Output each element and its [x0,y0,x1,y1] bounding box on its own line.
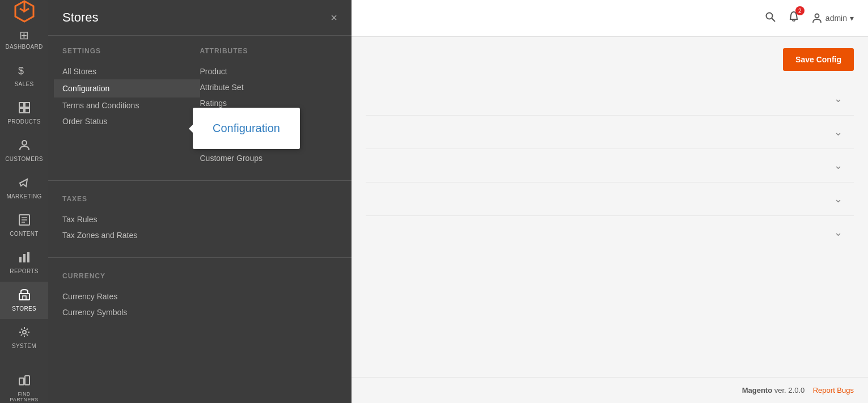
svg-rect-12 [19,257,22,262]
stores-full-section: Taxes Tax Rules Tax Zones and Rates [48,192,352,254]
admin-label: admin [825,14,847,23]
search-icon[interactable] [765,11,776,26]
sidebar-item-sales[interactable]: $ SALES [0,57,48,95]
svg-point-7 [22,141,27,145]
tooltip-text: Configuration [213,122,280,134]
accordion-container: ⌄ ⌄ ⌄ ⌄ ⌄ [366,82,854,249]
stores-columns: Settings All Stores Configuration Terms … [48,36,352,177]
sidebar-item-label: DASHBOARD [5,44,43,50]
accordion-row-3[interactable]: ⌄ [366,149,854,183]
taxes-section-title: Taxes [62,195,337,203]
chevron-down-icon-3: ⌄ [834,159,842,172]
currency-rates-link[interactable]: Currency Rates [62,289,337,304]
sidebar-item-customers[interactable]: CUSTOMERS [0,132,48,169]
customer-groups-link[interactable]: Customer Groups [200,150,338,166]
stores-two-col: Taxes Tax Rules Tax Zones and Rates [62,195,337,243]
reports-icon [18,251,31,265]
sidebar-item-label: FIND PARTNERS& EXTENSIONS [3,392,45,403]
sidebar-item-products[interactable]: PRODUCTS [0,95,48,132]
accordion-row-5[interactable]: ⌄ [366,216,854,249]
product-link[interactable]: Product [200,63,338,79]
tax-zones-rates-link[interactable]: Tax Zones and Rates [62,227,337,243]
footer-brand: Magento [742,386,772,394]
marketing-icon [18,176,31,190]
notification-count: 2 [795,6,805,15]
attributes-section-title: Attributes [200,47,338,55]
stores-panel: Stores × Settings All Stores Configurati… [48,0,352,403]
all-stores-link[interactable]: All Stores [62,63,200,79]
currency-symbols-link[interactable]: Currency Symbols [62,304,337,320]
main-header: 2 admin ▾ [352,0,868,37]
sidebar: ⊞ DASHBOARD $ SALES PRODUCTS CUSTOMERS M… [0,0,48,403]
system-icon [18,326,31,340]
svg-point-21 [766,12,772,19]
sidebar-item-content[interactable]: CONTENT [0,207,48,244]
sidebar-item-label: SALES [15,81,34,88]
accordion-row-1[interactable]: ⌄ [366,82,854,116]
svg-rect-14 [27,252,29,262]
sidebar-item-marketing[interactable]: MARKETING [0,169,48,207]
sidebar-item-label: STORES [12,306,36,312]
sidebar-item-label: CUSTOMERS [5,156,43,163]
stores-icon [18,289,31,303]
svg-rect-5 [19,108,24,113]
terms-conditions-link[interactable]: Terms and Conditions [62,97,200,113]
settings-section-title: Settings [62,47,200,55]
sidebar-item-system[interactable]: SYSTEM [0,319,48,357]
notifications-bell[interactable]: 2 [787,11,800,26]
close-button[interactable]: × [331,12,337,23]
svg-rect-18 [19,378,24,385]
svg-rect-3 [19,103,24,107]
save-config-button[interactable]: Save Config [783,48,854,71]
admin-dropdown-icon: ▾ [850,14,854,23]
stores-panel-title: Stores [62,10,99,25]
main-area: 2 admin ▾ Save Config ⌄ ⌄ ⌄ [352,0,868,403]
footer-ver: ver. 2.0.0 [774,386,805,394]
sidebar-item-stores[interactable]: STORES [0,282,48,319]
currency-section-title: Currency [62,272,337,280]
sidebar-item-label: CONTENT [10,231,38,237]
chevron-down-icon-5: ⌄ [834,226,842,239]
products-icon [18,101,31,116]
sidebar-item-reports[interactable]: REPORTS [0,244,48,282]
svg-rect-6 [25,108,29,113]
sidebar-logo[interactable] [0,0,48,23]
svg-rect-13 [23,254,26,262]
stores-panel-header: Stores × [48,0,352,36]
accordion-row-4[interactable]: ⌄ [366,183,854,216]
order-status-link[interactable]: Order Status [62,113,200,129]
report-bugs-link[interactable]: Report Bugs [813,386,854,394]
accordion-row-2[interactable]: ⌄ [366,116,854,149]
svg-point-26 [815,14,819,18]
attribute-set-link[interactable]: Attribute Set [200,79,338,95]
sidebar-item-label: MARKETING [6,193,41,200]
customers-icon [18,139,31,153]
sales-icon: $ [18,64,31,78]
tax-rules-link[interactable]: Tax Rules [62,211,337,227]
currency-section: Currency Currency Rates Currency Symbols [48,269,352,332]
svg-rect-16 [23,296,26,300]
chevron-down-icon-4: ⌄ [834,193,842,205]
sidebar-item-find-partners[interactable]: FIND PARTNERS& EXTENSIONS [0,357,48,403]
svg-rect-4 [25,103,29,107]
stores-divider [48,180,352,181]
configuration-link[interactable]: Configuration [54,79,200,97]
taxes-column: Taxes Tax Rules Tax Zones and Rates [62,195,337,243]
svg-point-17 [23,330,26,334]
chevron-down-icon-1: ⌄ [834,92,842,105]
svg-text:$: $ [18,65,24,77]
svg-rect-19 [25,376,29,385]
dashboard-icon: ⊞ [19,29,29,41]
sidebar-item-label: REPORTS [10,268,38,275]
content-icon [18,214,31,228]
footer: Magento ver. 2.0.0 Report Bugs [352,377,868,403]
chevron-down-icon-2: ⌄ [834,126,842,138]
find-partners-icon [18,363,31,389]
svg-line-22 [772,18,775,22]
tooltip-popup: Configuration [193,108,300,149]
sidebar-item-dashboard[interactable]: ⊞ DASHBOARD [0,23,48,57]
main-content: Save Config ⌄ ⌄ ⌄ ⌄ ⌄ [352,37,868,377]
admin-user-menu[interactable]: admin ▾ [811,12,854,24]
sidebar-item-label: SYSTEM [12,343,36,350]
svg-rect-15 [19,294,29,300]
